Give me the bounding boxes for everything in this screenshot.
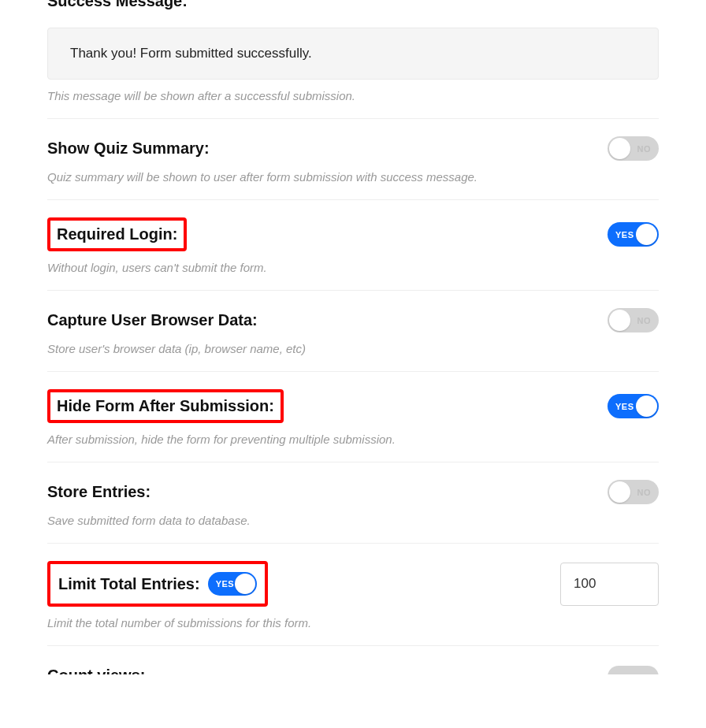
- toggle-knob-icon: [609, 481, 630, 503]
- count-views-label: Count views:: [47, 667, 145, 674]
- limit-entries-highlight: Limit Total Entries: YES: [47, 561, 268, 607]
- required-login-label: Required Login:: [57, 225, 177, 243]
- toggle-on-label: YES: [615, 230, 634, 240]
- toggle-on-label: YES: [216, 579, 235, 589]
- capture-browser-toggle[interactable]: NO: [608, 308, 659, 332]
- capture-browser-label: Capture User Browser Data:: [47, 311, 258, 329]
- toggle-knob-icon: [609, 138, 630, 159]
- success-message-help: This message will be shown after a succe…: [47, 89, 659, 119]
- limit-entries-input[interactable]: [560, 563, 659, 606]
- hide-after-toggle[interactable]: YES: [608, 394, 659, 418]
- store-entries-help: Save submitted form data to database.: [47, 514, 659, 544]
- toggle-knob-icon: [636, 224, 657, 245]
- show-quiz-summary-toggle[interactable]: NO: [608, 136, 659, 161]
- limit-entries-label: Limit Total Entries:: [58, 575, 200, 593]
- required-login-highlight: Required Login:: [47, 217, 187, 251]
- success-message-input[interactable]: Thank you! Form submitted successfully.: [47, 28, 659, 80]
- toggle-knob-icon: [636, 396, 657, 417]
- store-entries-toggle[interactable]: NO: [608, 480, 659, 504]
- required-login-help: Without login, users can't submit the fo…: [47, 261, 659, 291]
- show-quiz-summary-help: Quiz summary will be shown to user after…: [47, 170, 659, 200]
- toggle-knob-icon: [609, 310, 630, 331]
- toggle-off-label: NO: [637, 144, 652, 154]
- toggle-knob-icon: [235, 574, 255, 594]
- toggle-off-label: NO: [637, 488, 652, 497]
- hide-after-highlight: Hide Form After Submission:: [47, 389, 284, 423]
- hide-after-help: After submission, hide the form for prev…: [47, 433, 659, 462]
- toggle-off-label: NO: [637, 316, 652, 325]
- hide-after-label: Hide Form After Submission:: [57, 397, 274, 415]
- limit-entries-toggle[interactable]: YES: [208, 572, 257, 596]
- limit-entries-help: Limit the total number of submissions fo…: [47, 616, 659, 646]
- show-quiz-summary-label: Show Quiz Summary:: [47, 139, 210, 158]
- capture-browser-help: Store user's browser data (ip, browser n…: [47, 342, 659, 372]
- toggle-on-label: YES: [615, 402, 634, 411]
- count-views-toggle[interactable]: [608, 666, 659, 675]
- required-login-toggle[interactable]: YES: [608, 222, 659, 247]
- success-message-heading: Success Message:: [47, 0, 659, 10]
- store-entries-label: Store Entries:: [47, 483, 150, 501]
